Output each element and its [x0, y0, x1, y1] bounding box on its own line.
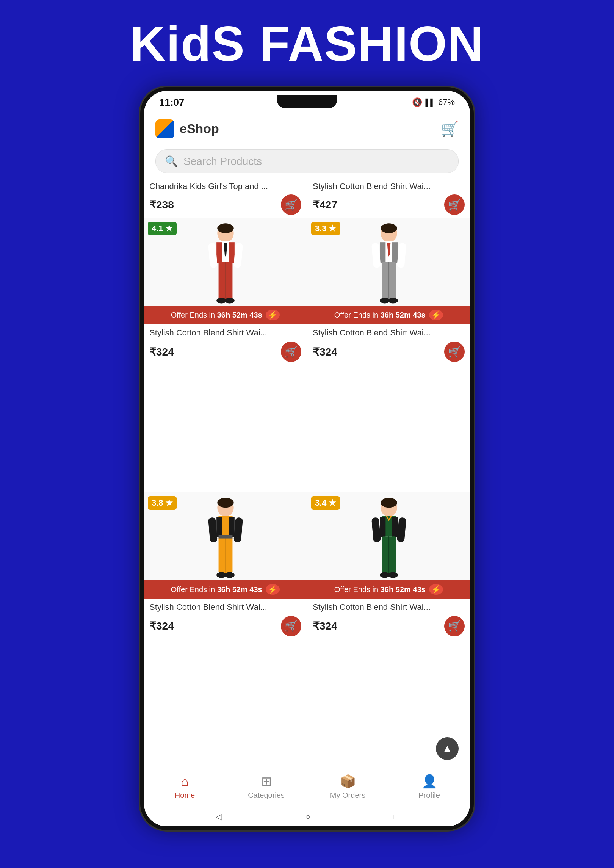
flash-icon-4: ⚡	[429, 584, 443, 595]
product-card-4[interactable]: 3.4 ★	[307, 492, 470, 766]
nav-label-profile: Profile	[418, 791, 440, 800]
outfit-svg-2	[362, 222, 415, 320]
flash-icon-1: ⚡	[266, 310, 280, 320]
svg-rect-26	[233, 517, 243, 542]
product-name-2: Stylish Cotton Blend Shirt Wai...	[313, 328, 465, 338]
search-input[interactable]: Search Products	[183, 155, 262, 168]
partial-product-card-1[interactable]: Chandrika Kids Girl's Top and ... ₹238 🛒	[144, 179, 307, 218]
app-name: eShop	[180, 121, 219, 136]
outfit-svg-4	[362, 496, 415, 595]
partial-price-2: ₹427	[313, 199, 337, 211]
nav-label-myorders: My Orders	[330, 791, 365, 800]
scroll-top-button[interactable]: ▲	[436, 737, 459, 760]
android-nav-bar: ◁ ○ □	[144, 807, 470, 826]
orders-icon: 📦	[340, 774, 356, 789]
outfit-svg-1	[199, 222, 252, 320]
categories-icon: ⊞	[261, 774, 272, 789]
product-price-3: ₹324	[149, 620, 174, 632]
search-bar[interactable]: 🔍 Search Products	[155, 149, 459, 173]
svg-point-19	[217, 498, 233, 508]
phone-frame: 11:07 🔇 ▌▌ 67% eShop 🛒 🔍 Search Products	[140, 87, 474, 830]
svg-point-29	[381, 498, 397, 508]
product-price-1: ₹324	[149, 346, 174, 358]
svg-rect-7	[208, 243, 217, 268]
svg-rect-25	[208, 517, 217, 542]
add-to-cart-partial-2[interactable]: 🛒	[444, 194, 465, 215]
search-bar-container: 🔍 Search Products	[144, 144, 470, 179]
offer-banner-1: Offer Ends in 36h 52m 43s ⚡	[144, 306, 307, 324]
partial-product-card-2[interactable]: Stylish Cotton Blend Shirt Wai... ₹427 🛒	[307, 179, 470, 218]
android-recent-btn[interactable]: □	[393, 812, 398, 822]
status-icons: 🔇 ▌▌ 67%	[412, 97, 455, 107]
partial-products-row: Chandrika Kids Girl's Top and ... ₹238 🛒…	[144, 179, 470, 218]
page-title: KidS FASHION	[130, 15, 484, 72]
partial-price-row-2: ₹427 🛒	[307, 193, 470, 218]
nav-item-myorders[interactable]: 📦 My Orders	[307, 774, 388, 800]
svg-point-10	[381, 223, 397, 233]
svg-point-15	[388, 298, 398, 303]
product-info-3: Stylish Cotton Blend Shirt Wai...	[144, 599, 307, 614]
star-icon-3: ★	[165, 498, 173, 508]
product-price-4: ₹324	[313, 620, 337, 632]
star-icon-4: ★	[329, 498, 336, 508]
add-to-cart-2[interactable]: 🛒	[444, 342, 465, 362]
add-to-cart-3[interactable]: 🛒	[281, 616, 301, 636]
outfit-svg-3	[199, 496, 252, 595]
product-info-4: Stylish Cotton Blend Shirt Wai...	[307, 599, 470, 614]
nav-item-profile[interactable]: 👤 Profile	[388, 774, 470, 800]
profile-icon: 👤	[421, 774, 437, 789]
battery-icon: 67%	[438, 97, 455, 107]
product-grid: 4.1 ★	[144, 218, 470, 766]
product-card-3[interactable]: 3.8 ★	[144, 492, 307, 766]
product-price-row-1: ₹324 🛒	[144, 339, 307, 367]
bottom-nav: ⌂ Home ⊞ Categories 📦 My Orders 👤 Profil…	[144, 766, 470, 807]
partial-product-name-2: Stylish Cotton Blend Shirt Wai...	[307, 179, 470, 193]
svg-point-34	[388, 572, 398, 578]
add-to-cart-1[interactable]: 🛒	[281, 342, 301, 362]
product-price-row-3: ₹324 🛒	[144, 614, 307, 642]
flash-icon-2: ⚡	[429, 310, 443, 320]
offer-banner-2: Offer Ends in 36h 52m 43s ⚡	[307, 306, 470, 324]
offer-banner-3: Offer Ends in 36h 52m 43s ⚡	[144, 580, 307, 599]
star-icon-2: ★	[329, 224, 336, 233]
svg-point-6	[224, 298, 234, 303]
product-name-1: Stylish Cotton Blend Shirt Wai...	[149, 328, 301, 338]
add-to-cart-4[interactable]: 🛒	[444, 616, 465, 636]
product-info-2: Stylish Cotton Blend Shirt Wai...	[307, 324, 470, 339]
nav-label-home: Home	[175, 791, 195, 800]
app-header: eShop 🛒	[144, 114, 470, 144]
star-icon-1: ★	[165, 224, 173, 233]
phone-screen: 11:07 🔇 ▌▌ 67% eShop 🛒 🔍 Search Products	[144, 91, 470, 826]
notch	[277, 95, 337, 108]
svg-rect-8	[233, 243, 243, 268]
product-card-2[interactable]: 3.3 ★	[307, 218, 470, 492]
svg-rect-35	[371, 517, 381, 542]
svg-rect-17	[397, 243, 406, 268]
product-image-4: 3.4 ★	[307, 492, 470, 599]
nav-label-categories: Categories	[248, 791, 285, 800]
svg-rect-27	[218, 535, 232, 538]
add-to-cart-partial-1[interactable]: 🛒	[281, 194, 301, 215]
offer-banner-4: Offer Ends in 36h 52m 43s ⚡	[307, 580, 470, 599]
flash-icon-3: ⚡	[266, 584, 280, 595]
status-time: 11:07	[159, 97, 185, 108]
product-image-3: 3.8 ★	[144, 492, 307, 599]
product-image-2: 3.3 ★	[307, 218, 470, 324]
product-price-row-2: ₹324 🛒	[307, 339, 470, 367]
product-card-1[interactable]: 4.1 ★	[144, 218, 307, 492]
product-name-4: Stylish Cotton Blend Shirt Wai...	[313, 602, 465, 612]
rating-badge-3: 3.8 ★	[148, 496, 177, 510]
app-logo	[155, 119, 174, 138]
rating-badge-4: 3.4 ★	[311, 496, 340, 510]
svg-rect-36	[397, 517, 406, 542]
cart-button[interactable]: 🛒	[441, 121, 459, 137]
product-price-row-4: ₹324 🛒	[307, 614, 470, 642]
svg-point-1	[217, 223, 233, 233]
mute-icon: 🔇	[412, 97, 422, 107]
android-home-btn[interactable]: ○	[305, 812, 310, 822]
product-name-3: Stylish Cotton Blend Shirt Wai...	[149, 602, 301, 612]
android-back-btn[interactable]: ◁	[216, 812, 222, 822]
nav-item-home[interactable]: ⌂ Home	[144, 774, 226, 800]
nav-item-categories[interactable]: ⊞ Categories	[226, 774, 307, 800]
product-info-1: Stylish Cotton Blend Shirt Wai...	[144, 324, 307, 339]
